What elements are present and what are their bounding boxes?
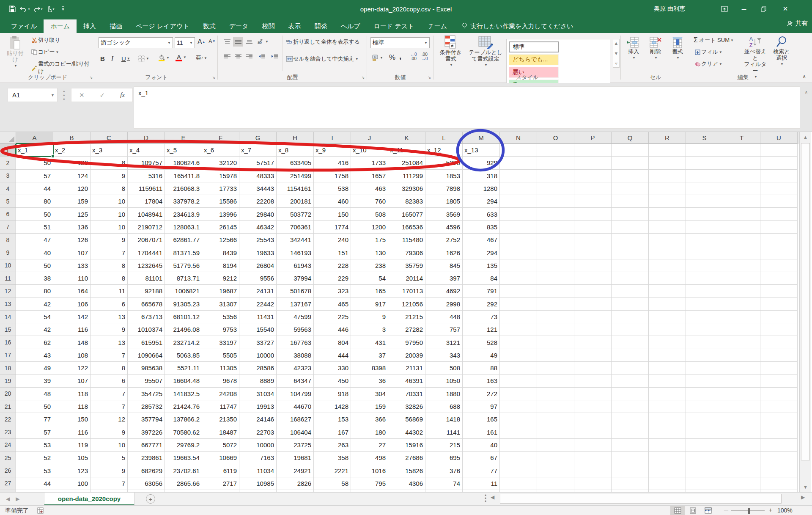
ribbon-tab-校閲[interactable]: 校閲 bbox=[255, 19, 281, 33]
cell[interactable] bbox=[723, 477, 760, 490]
cell[interactable] bbox=[723, 400, 760, 413]
cell[interactable]: 19633 bbox=[239, 246, 277, 259]
vertical-scroll-thumb[interactable] bbox=[801, 143, 810, 460]
cell[interactable]: 54 bbox=[351, 272, 388, 285]
cell[interactable]: 5220 bbox=[425, 157, 463, 169]
cell[interactable]: 15916 bbox=[388, 439, 425, 452]
cell[interactable]: 53 bbox=[16, 464, 53, 477]
cell[interactable]: x_8 bbox=[277, 144, 314, 157]
cell[interactable] bbox=[537, 285, 574, 297]
select-all-corner[interactable] bbox=[0, 132, 16, 144]
cell[interactable]: x_7 bbox=[239, 144, 277, 157]
cell[interactable]: 136 bbox=[53, 221, 91, 234]
cell[interactable]: 21496.08 bbox=[165, 323, 202, 336]
cell[interactable]: 16604.48 bbox=[165, 375, 202, 387]
cell[interactable]: 234613.9 bbox=[165, 208, 202, 220]
cell[interactable]: 165077 bbox=[388, 208, 425, 220]
cell[interactable]: 8 bbox=[91, 157, 128, 169]
cell[interactable]: 216068.3 bbox=[165, 182, 202, 195]
styles-gallery-more-icon[interactable]: ⩒ bbox=[615, 61, 618, 66]
cell[interactable]: 130 bbox=[351, 246, 388, 259]
cell[interactable]: 10 bbox=[91, 208, 128, 220]
cell[interactable]: 1200 bbox=[351, 221, 388, 234]
cell[interactable]: 27 bbox=[351, 439, 388, 452]
cell[interactable]: 1006821 bbox=[165, 285, 202, 297]
cell[interactable]: 2998 bbox=[425, 298, 463, 311]
cell[interactable] bbox=[686, 144, 723, 157]
cell[interactable]: 167763 bbox=[277, 336, 314, 349]
cell[interactable]: 17733 bbox=[202, 182, 239, 195]
cell[interactable]: 47599 bbox=[277, 311, 314, 323]
cell[interactable] bbox=[760, 285, 798, 297]
cell[interactable]: 150 bbox=[314, 208, 351, 220]
cell[interactable] bbox=[612, 234, 649, 246]
cell[interactable]: 3121 bbox=[425, 336, 463, 349]
cell[interactable]: 20039 bbox=[388, 349, 425, 362]
cell[interactable]: 665678 bbox=[128, 298, 165, 311]
cell[interactable]: 133 bbox=[53, 259, 91, 272]
cell[interactable] bbox=[686, 349, 723, 362]
ribbon-tab-表示[interactable]: 表示 bbox=[281, 19, 307, 33]
cell[interactable]: 63056 bbox=[128, 477, 165, 490]
cell[interactable] bbox=[723, 349, 760, 362]
cell[interactable] bbox=[537, 477, 574, 490]
cell[interactable]: 13996 bbox=[202, 208, 239, 220]
cell[interactable]: 15826 bbox=[388, 464, 425, 477]
number-dialog-launcher[interactable]: ↘ bbox=[427, 75, 432, 80]
cell[interactable]: x_13 bbox=[463, 144, 500, 157]
cell[interactable] bbox=[760, 272, 798, 285]
cell[interactable]: 19663.54 bbox=[165, 452, 202, 464]
macro-record-icon[interactable] bbox=[37, 507, 44, 514]
cell[interactable]: x_3 bbox=[91, 144, 128, 157]
cell[interactable] bbox=[537, 144, 574, 157]
cell[interactable]: 124 bbox=[53, 170, 91, 182]
cell[interactable] bbox=[686, 285, 723, 297]
cut-button[interactable]: 切り取り bbox=[30, 36, 60, 44]
column-header-O[interactable]: O bbox=[537, 132, 574, 144]
ribbon-tab-数式[interactable]: 数式 bbox=[196, 19, 222, 33]
cell[interactable] bbox=[574, 452, 612, 464]
cell[interactable] bbox=[574, 349, 612, 362]
shrink-font-button[interactable]: A▼ bbox=[208, 38, 216, 44]
ribbon-tab-挿入[interactable]: 挿入 bbox=[77, 19, 103, 33]
cell[interactable]: 146193 bbox=[277, 246, 314, 259]
cell[interactable]: 448 bbox=[425, 311, 463, 323]
underline-button[interactable]: U▼ bbox=[121, 55, 130, 62]
styles-gallery-up-icon[interactable]: ▲ bbox=[614, 41, 619, 46]
column-header-L[interactable]: L bbox=[425, 132, 463, 144]
cell[interactable]: 508 bbox=[425, 362, 463, 375]
cell[interactable] bbox=[612, 170, 649, 182]
cell[interactable]: 1090664 bbox=[128, 349, 165, 362]
cell[interactable]: 15540 bbox=[239, 323, 277, 336]
cell[interactable] bbox=[574, 464, 612, 477]
cell[interactable] bbox=[760, 195, 798, 208]
cell[interactable]: 397 bbox=[425, 272, 463, 285]
decrease-decimal-button[interactable]: .00→0 bbox=[421, 52, 428, 61]
row-header-4[interactable]: 4 bbox=[0, 182, 16, 195]
cell[interactable]: 706361 bbox=[277, 221, 314, 234]
cell[interactable] bbox=[500, 182, 537, 195]
cell[interactable] bbox=[500, 272, 537, 285]
cell[interactable]: 2190712 bbox=[128, 221, 165, 234]
cell[interactable]: 62 bbox=[16, 336, 53, 349]
cell[interactable] bbox=[686, 259, 723, 272]
cell[interactable]: 19681 bbox=[277, 452, 314, 464]
sheet-tab-active[interactable]: open-data_2020copy bbox=[44, 493, 134, 505]
cell[interactable] bbox=[574, 170, 612, 182]
cell[interactable]: 251499 bbox=[277, 170, 314, 182]
cell[interactable]: 21350 bbox=[202, 413, 239, 426]
cell[interactable]: 80 bbox=[16, 285, 53, 297]
cell[interactable] bbox=[723, 311, 760, 323]
conditional-formatting-button[interactable]: ≠ 条件付き書式▼ bbox=[438, 35, 464, 68]
cell[interactable]: 166536 bbox=[388, 221, 425, 234]
cell[interactable]: x_10 bbox=[351, 144, 388, 157]
cell[interactable] bbox=[612, 298, 649, 311]
cell[interactable] bbox=[760, 388, 798, 400]
cell[interactable] bbox=[612, 464, 649, 477]
cell[interactable]: 11034 bbox=[239, 464, 277, 477]
row-header-18[interactable]: 18 bbox=[0, 362, 16, 375]
cell[interactable] bbox=[760, 439, 798, 452]
cell[interactable]: 107 bbox=[53, 375, 91, 387]
cell[interactable] bbox=[500, 259, 537, 272]
cell[interactable]: 74 bbox=[425, 477, 463, 490]
